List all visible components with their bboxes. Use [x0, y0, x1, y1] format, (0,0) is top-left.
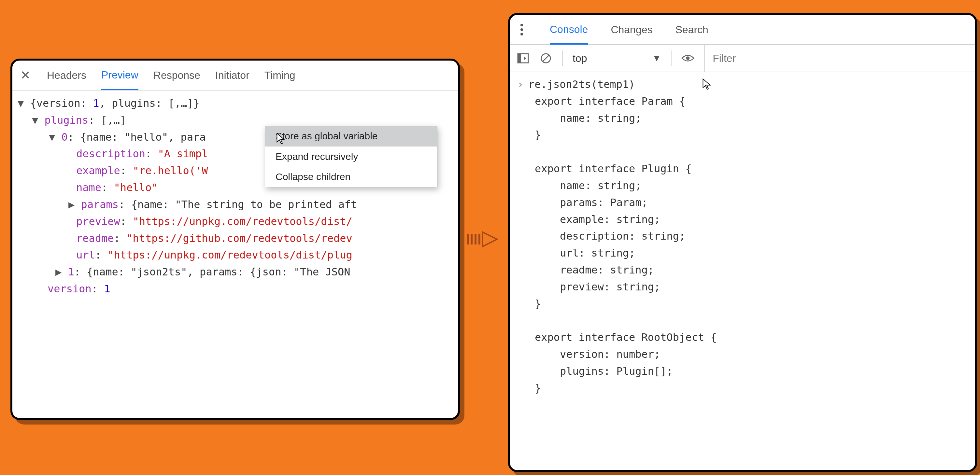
ctx-expand-recursively[interactable]: Expand recursively	[265, 146, 437, 167]
filter-input[interactable]	[704, 45, 851, 71]
tab-preview[interactable]: Preview	[101, 61, 138, 90]
console-input-text: re.json2ts(temp1)	[528, 76, 635, 93]
tab-initiator[interactable]: Initiator	[215, 60, 250, 90]
prompt-icon: ›	[517, 76, 524, 93]
tree-params[interactable]: ▶ params: {name: "The string to be print…	[18, 196, 453, 213]
toolbar-divider	[562, 51, 563, 66]
console-output: export interface Param { name: string; }…	[517, 93, 969, 397]
json-tree[interactable]: ▼ {version: 1, plugins: [,…]} ▼ plugins:…	[13, 91, 458, 302]
tree-url[interactable]: url: "https://unpkg.com/redevtools/dist/…	[18, 247, 453, 264]
arrow-icon	[466, 228, 498, 251]
network-tabbar: ✕ Headers Preview Response Initiator Tim…	[13, 60, 458, 91]
tab-response[interactable]: Response	[153, 60, 200, 90]
kebab-menu-icon[interactable]	[517, 24, 527, 35]
console-input-line[interactable]: › re.json2ts(temp1)	[517, 76, 969, 93]
tab-headers[interactable]: Headers	[47, 60, 86, 90]
console-panel: Console Changes Search top ▼ › re.json2t…	[508, 13, 977, 472]
context-selector[interactable]: top ▼	[573, 52, 661, 65]
eye-icon[interactable]	[681, 52, 694, 65]
console-toolbar: top ▼	[510, 45, 975, 72]
tab-console[interactable]: Console	[550, 15, 588, 44]
tab-changes[interactable]: Changes	[611, 15, 652, 44]
console-body[interactable]: › re.json2ts(temp1) export interface Par…	[510, 72, 975, 401]
context-value: top	[573, 52, 587, 65]
network-preview-panel: ✕ Headers Preview Response Initiator Tim…	[10, 59, 460, 420]
sidebar-toggle-icon[interactable]	[517, 52, 530, 65]
svg-line-7	[542, 55, 549, 62]
tree-item-1[interactable]: ▶ 1: {name: "json2ts", params: {json: "T…	[18, 264, 453, 281]
close-icon[interactable]: ✕	[19, 68, 32, 83]
tab-search[interactable]: Search	[676, 15, 708, 44]
tree-version[interactable]: version: 1	[18, 281, 453, 297]
chevron-down-icon: ▼	[652, 53, 661, 64]
svg-point-8	[686, 57, 690, 60]
toolbar-divider-2	[671, 51, 671, 66]
svg-rect-5	[518, 54, 521, 63]
drawer-tabbar: Console Changes Search	[510, 15, 975, 45]
ctx-collapse-children[interactable]: Collapse children	[265, 167, 437, 187]
clear-console-icon[interactable]	[539, 52, 552, 65]
tab-timing[interactable]: Timing	[264, 60, 295, 90]
context-menu: Store as global variable Expand recursiv…	[265, 126, 438, 187]
ctx-store-global[interactable]: Store as global variable	[265, 126, 437, 146]
tree-readme[interactable]: readme: "https://github.com/redevtools/r…	[18, 230, 453, 247]
tree-preview[interactable]: preview: "https://unpkg.com/redevtools/d…	[18, 213, 453, 230]
tree-root[interactable]: ▼ {version: 1, plugins: [,…]}	[18, 95, 453, 112]
